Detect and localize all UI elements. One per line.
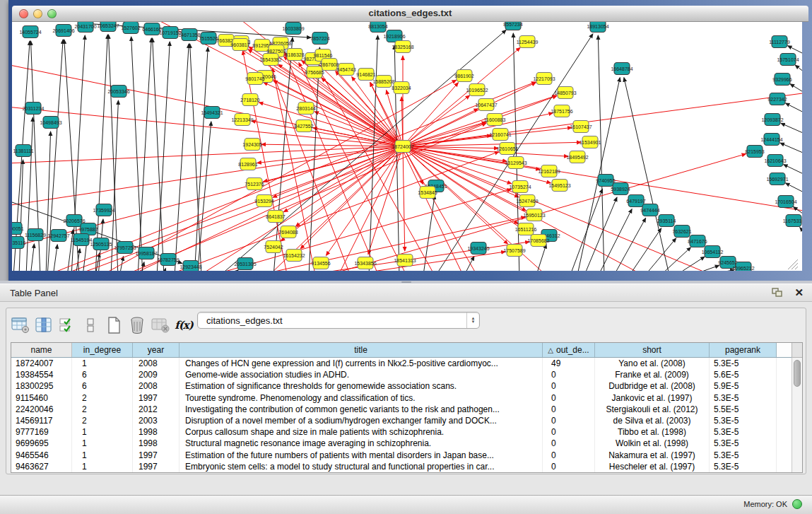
table-cell[interactable]: 5.3E-5 xyxy=(710,461,777,472)
table-cell[interactable]: 2008 xyxy=(133,380,180,392)
column-header-year[interactable]: year xyxy=(133,343,180,357)
table-cell[interactable]: 5.9E-5 xyxy=(710,380,777,392)
table-settings-icon[interactable] xyxy=(11,316,30,334)
table-cell[interactable]: 18724007 xyxy=(11,358,72,369)
column-header-pagerank[interactable]: pagerank xyxy=(710,343,777,357)
table-cell[interactable]: 18300295 xyxy=(11,380,72,392)
table-row[interactable]: 2242004622012Investigating the contribut… xyxy=(11,404,802,415)
table-cell[interactable]: 0 xyxy=(543,438,595,449)
table-cell[interactable]: 9115460 xyxy=(11,392,72,404)
resize-grip-icon[interactable] xyxy=(795,267,798,269)
network-canvas[interactable]: 1405572420691406204317001065324715276026… xyxy=(12,22,802,271)
column-header-out_de[interactable]: △out_de... xyxy=(543,343,595,357)
table-cell[interactable]: 2009 xyxy=(133,369,180,380)
table-cell[interactable]: 5.3E-5 xyxy=(710,438,777,449)
function-builder-icon[interactable]: f(x) xyxy=(174,316,194,334)
table-cell[interactable]: 0 xyxy=(543,380,595,392)
table-row[interactable]: 1872400712008Changes of HCN gene express… xyxy=(11,358,802,369)
table-cell[interactable]: 1997 xyxy=(133,392,180,404)
table-cell[interactable]: 0 xyxy=(543,404,595,415)
table-cell[interactable]: 14569117 xyxy=(11,415,72,426)
delete-column-icon[interactable] xyxy=(127,316,147,334)
table-cell[interactable]: Dudbridge et al. (2008) xyxy=(595,380,710,392)
table-cell[interactable]: 5.3E-5 xyxy=(710,392,777,404)
table-cell[interactable]: 1997 xyxy=(133,450,180,461)
table-row[interactable]: 1938455462009Genome-wide association stu… xyxy=(11,369,802,380)
table-cell[interactable]: Investigating the contribution of common… xyxy=(180,404,543,415)
table-cell[interactable]: Nakamura et al. (1997) xyxy=(595,450,710,461)
table-cell[interactable]: 2 xyxy=(72,392,133,404)
table-cell[interactable]: Estimation of the future numbers of pati… xyxy=(180,450,543,461)
table-cell[interactable]: 22420046 xyxy=(11,404,72,415)
table-cell[interactable]: 9465546 xyxy=(11,450,72,461)
table-cell[interactable]: Genome-wide association studies in ADHD. xyxy=(180,369,543,380)
table-cell[interactable]: Estimation of significance thresholds fo… xyxy=(180,380,543,392)
table-cell[interactable]: 1998 xyxy=(133,426,180,438)
table-cell[interactable]: 5.3E-5 xyxy=(710,450,777,461)
table-cell[interactable]: 5.3E-5 xyxy=(710,358,777,369)
table-cell[interactable]: Stergiakouli et al. (2012) xyxy=(595,404,710,415)
table-cell[interactable]: 0 xyxy=(543,461,595,472)
table-cell[interactable]: Franke et al. (2009) xyxy=(595,369,710,380)
network-window-titlebar[interactable]: citations_edges.txt xyxy=(12,6,808,22)
table-cell[interactable]: 0 xyxy=(543,415,595,426)
table-cell[interactable]: 0 xyxy=(543,369,595,380)
table-cell[interactable]: Structural magnetic resonance image aver… xyxy=(180,438,543,449)
table-row[interactable]: 1830029562008Estimation of significance … xyxy=(11,380,802,392)
vertical-scrollbar[interactable] xyxy=(792,358,802,472)
table-cell[interactable]: Jankovic et al. (1997) xyxy=(595,392,710,404)
new-column-icon[interactable] xyxy=(104,316,124,334)
table-row[interactable]: 977716911998Corpus callosum shape and si… xyxy=(11,426,802,438)
table-cell[interactable]: 9463627 xyxy=(11,461,72,472)
table-cell[interactable]: Corpus callosum shape and size in male p… xyxy=(180,426,543,438)
table-cell[interactable]: 5.3E-5 xyxy=(710,415,777,426)
select-all-checks-icon[interactable] xyxy=(57,316,77,334)
table-row[interactable]: 969969511998Structural magnetic resonanc… xyxy=(11,438,802,449)
table-cell[interactable]: 2008 xyxy=(133,358,180,369)
table-cell[interactable]: Tibbo et al. (1998) xyxy=(595,426,710,438)
float-window-icon[interactable] xyxy=(772,288,783,298)
table-cell[interactable]: Disruption of a novel member of a sodium… xyxy=(180,415,543,426)
delete-table-icon[interactable] xyxy=(151,316,170,334)
table-cell[interactable]: Hescheler et al. (1997) xyxy=(595,461,710,472)
table-cell[interactable]: 1998 xyxy=(133,438,180,449)
row-pair-icon[interactable] xyxy=(81,316,100,334)
column-visibility-icon[interactable] xyxy=(34,316,54,334)
table-cell[interactable]: 1 xyxy=(72,461,133,472)
close-panel-icon[interactable]: ✕ xyxy=(794,287,804,298)
table-cell[interactable]: Wolkin et al. (1998) xyxy=(595,438,710,449)
table-cell[interactable]: 49 xyxy=(543,358,595,369)
table-cell[interactable]: 1 xyxy=(72,358,133,369)
scrollbar-thumb[interactable] xyxy=(794,360,801,387)
table-cell[interactable]: 1 xyxy=(72,426,133,438)
table-cell[interactable]: 2003 xyxy=(133,415,180,426)
table-cell[interactable]: 2 xyxy=(72,415,133,426)
table-cell[interactable]: 9699695 xyxy=(11,438,72,449)
table-cell[interactable]: 1997 xyxy=(133,461,180,472)
table-cell[interactable]: 0 xyxy=(543,426,595,438)
table-row[interactable]: 946554611997Estimation of the future num… xyxy=(11,450,802,461)
table-cell[interactable]: de Silva et al. (2003) xyxy=(595,415,710,426)
table-cell[interactable]: 6 xyxy=(72,380,133,392)
table-cell[interactable]: 9777169 xyxy=(11,426,72,438)
resize-grip-icon[interactable] xyxy=(792,263,798,269)
table-row[interactable]: 946362711997Embryonic stem cells: a mode… xyxy=(11,461,802,472)
table-cell[interactable]: 6 xyxy=(72,369,133,380)
table-cell[interactable]: Changes of HCN gene expression and I(f) … xyxy=(180,358,543,369)
column-header-short[interactable]: short xyxy=(595,343,710,357)
table-cell[interactable]: 2012 xyxy=(133,404,180,415)
table-cell[interactable]: Embryonic stem cells: a model to study s… xyxy=(180,461,543,472)
table-cell[interactable]: 5.6E-5 xyxy=(710,369,777,380)
table-cell[interactable]: 2 xyxy=(72,404,133,415)
table-cell[interactable]: 5.3E-5 xyxy=(710,426,777,438)
table-cell[interactable]: 1 xyxy=(72,438,133,449)
table-cell[interactable]: 0 xyxy=(543,392,595,404)
column-header-title[interactable]: title xyxy=(180,343,543,357)
table-cell[interactable]: 5.5E-5 xyxy=(710,404,777,415)
table-cell[interactable]: 19384554 xyxy=(11,369,72,380)
column-header-in_degree[interactable]: in_degree xyxy=(72,343,133,357)
table-row[interactable]: 1456911722003Disruption of a novel membe… xyxy=(11,415,802,426)
table-cell[interactable]: 1 xyxy=(72,450,133,461)
table-selector-dropdown[interactable]: citations_edges.txt ▲▼ xyxy=(197,312,480,329)
table-cell[interactable]: Yano et al. (2008) xyxy=(595,358,710,369)
